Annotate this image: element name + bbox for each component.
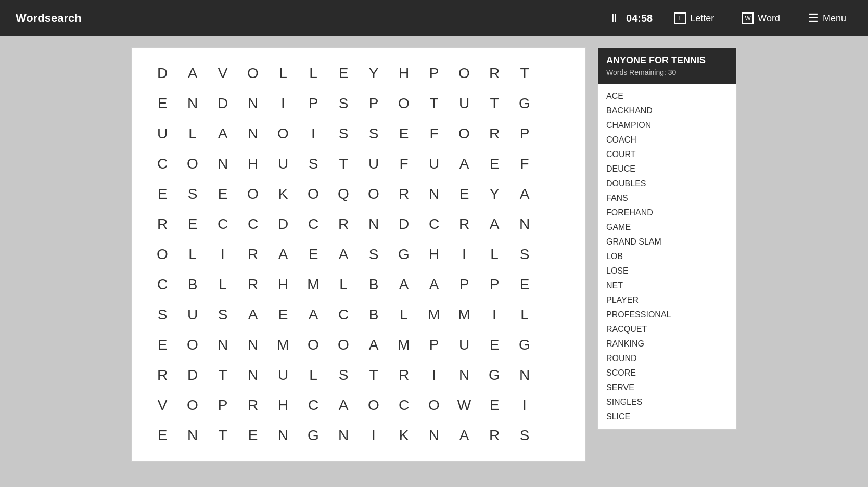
grid-cell[interactable]: C — [147, 149, 177, 179]
grid-cell[interactable]: R — [238, 270, 268, 300]
grid-cell[interactable] — [540, 149, 570, 179]
grid-cell[interactable]: I — [268, 88, 298, 119]
grid-cell[interactable] — [540, 360, 570, 390]
grid-cell[interactable]: P — [208, 390, 238, 420]
grid-cell[interactable]: C — [419, 209, 449, 239]
grid-cell[interactable]: T — [328, 149, 359, 179]
grid-cell[interactable]: N — [359, 209, 389, 239]
grid-cell[interactable]: I — [298, 119, 328, 149]
grid-cell[interactable]: S — [509, 239, 540, 270]
grid-cell[interactable]: A — [177, 58, 208, 88]
grid-cell[interactable]: B — [359, 270, 389, 300]
grid-cell[interactable]: N — [328, 420, 359, 451]
grid-cell[interactable] — [540, 420, 570, 451]
grid-cell[interactable]: F — [509, 149, 540, 179]
grid-cell[interactable]: N — [419, 420, 449, 451]
grid-cell[interactable]: Y — [359, 58, 389, 88]
grid-cell[interactable]: O — [298, 179, 328, 209]
grid-cell[interactable]: A — [238, 300, 268, 330]
grid-cell[interactable]: D — [208, 88, 238, 119]
grid-cell[interactable]: N — [449, 360, 479, 390]
grid-cell[interactable]: S — [328, 119, 359, 149]
grid-cell[interactable]: C — [238, 209, 268, 239]
grid-cell[interactable]: N — [509, 360, 540, 390]
grid-cell[interactable]: N — [177, 88, 208, 119]
grid-cell[interactable]: P — [419, 330, 449, 360]
grid-cell[interactable]: O — [238, 58, 268, 88]
grid-cell[interactable]: L — [298, 58, 328, 88]
grid-cell[interactable]: L — [268, 58, 298, 88]
grid-cell[interactable]: N — [208, 330, 238, 360]
grid-cell[interactable]: O — [177, 149, 208, 179]
grid-cell[interactable]: H — [238, 149, 268, 179]
grid-cell[interactable]: Q — [328, 179, 359, 209]
grid-cell[interactable] — [540, 119, 570, 149]
grid-cell[interactable]: F — [419, 119, 449, 149]
grid-cell[interactable]: L — [389, 300, 419, 330]
grid-cell[interactable]: A — [328, 239, 359, 270]
grid-cell[interactable]: I — [359, 420, 389, 451]
grid-cell[interactable]: E — [208, 179, 238, 209]
grid-cell[interactable]: G — [509, 330, 540, 360]
grid-cell[interactable]: F — [389, 149, 419, 179]
grid-cell[interactable]: E — [147, 420, 177, 451]
grid-cell[interactable]: I — [449, 239, 479, 270]
grid-cell[interactable]: C — [208, 209, 238, 239]
grid-cell[interactable]: E — [449, 179, 479, 209]
grid-cell[interactable]: L — [509, 300, 540, 330]
grid-cell[interactable]: E — [509, 270, 540, 300]
grid-cell[interactable]: C — [147, 270, 177, 300]
grid-cell[interactable]: P — [298, 88, 328, 119]
grid-cell[interactable]: U — [147, 119, 177, 149]
grid-cell[interactable]: W — [449, 390, 479, 420]
grid-cell[interactable] — [540, 239, 570, 270]
grid-cell[interactable]: C — [298, 390, 328, 420]
grid-cell[interactable]: H — [419, 239, 449, 270]
grid-cell[interactable]: N — [208, 149, 238, 179]
grid-cell[interactable]: A — [449, 420, 479, 451]
grid-cell[interactable]: A — [389, 270, 419, 300]
pause-button[interactable]: ⏸ 04:58 — [608, 11, 653, 25]
grid-cell[interactable]: R — [147, 360, 177, 390]
grid-cell[interactable]: E — [479, 149, 509, 179]
grid-cell[interactable]: L — [328, 270, 359, 300]
grid-cell[interactable]: T — [479, 88, 509, 119]
grid-cell[interactable] — [540, 179, 570, 209]
grid-cell[interactable]: E — [298, 239, 328, 270]
grid-cell[interactable]: A — [419, 270, 449, 300]
grid-cell[interactable]: S — [509, 420, 540, 451]
grid-cell[interactable]: E — [389, 119, 419, 149]
grid-cell[interactable]: O — [389, 88, 419, 119]
grid-cell[interactable]: D — [147, 58, 177, 88]
grid-cell[interactable]: N — [419, 179, 449, 209]
grid-cell[interactable]: O — [359, 179, 389, 209]
grid-cell[interactable]: O — [177, 330, 208, 360]
grid-cell[interactable]: U — [268, 360, 298, 390]
grid-cell[interactable]: E — [479, 330, 509, 360]
grid-cell[interactable]: D — [177, 360, 208, 390]
grid-cell[interactable]: R — [479, 58, 509, 88]
grid-cell[interactable]: R — [479, 420, 509, 451]
grid-cell[interactable]: A — [449, 149, 479, 179]
grid-cell[interactable]: G — [298, 420, 328, 451]
grid-cell[interactable]: M — [298, 270, 328, 300]
menu-button[interactable]: ☰ Menu — [802, 8, 852, 28]
grid-cell[interactable]: L — [479, 239, 509, 270]
grid-cell[interactable]: G — [389, 239, 419, 270]
grid-cell[interactable]: O — [147, 239, 177, 270]
grid-cell[interactable]: L — [177, 239, 208, 270]
grid-cell[interactable]: I — [419, 360, 449, 390]
grid-cell[interactable] — [540, 390, 570, 420]
grid-cell[interactable]: A — [479, 209, 509, 239]
grid-cell[interactable]: R — [328, 209, 359, 239]
grid-cell[interactable]: O — [298, 330, 328, 360]
grid-cell[interactable]: S — [359, 119, 389, 149]
grid-cell[interactable]: A — [359, 330, 389, 360]
grid-cell[interactable]: G — [479, 360, 509, 390]
grid-cell[interactable]: T — [419, 88, 449, 119]
grid-cell[interactable]: H — [389, 58, 419, 88]
grid-cell[interactable]: C — [389, 390, 419, 420]
grid-cell[interactable]: N — [238, 119, 268, 149]
grid-cell[interactable]: N — [509, 209, 540, 239]
grid-cell[interactable]: O — [449, 58, 479, 88]
